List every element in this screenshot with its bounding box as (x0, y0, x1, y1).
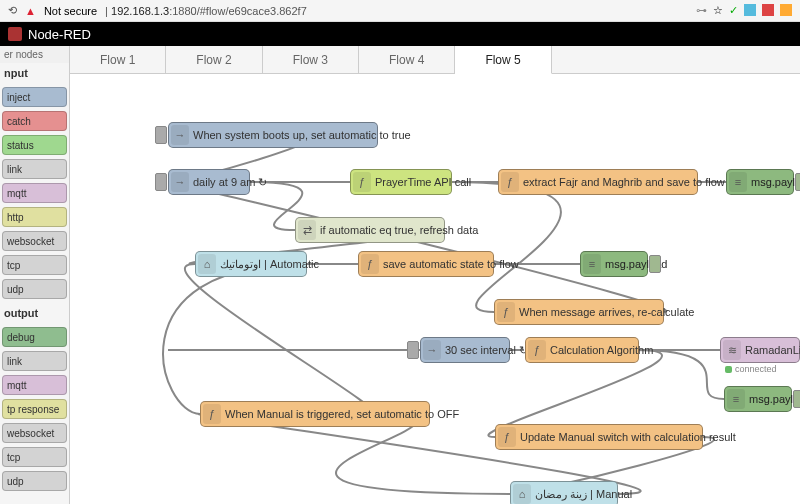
inject-button[interactable] (407, 341, 419, 359)
function-icon: ƒ (353, 172, 371, 192)
node-extract[interactable]: ƒextract Fajr and Maghrib and save to fl… (498, 169, 698, 195)
palette-node-websocket[interactable]: websocket (2, 423, 67, 443)
palette-node-websocket[interactable]: websocket (2, 231, 67, 251)
reload-icon[interactable]: ⟲ (8, 4, 17, 17)
node-boot-inject[interactable]: →When system boots up, set automatic to … (168, 122, 378, 148)
inject-button[interactable] (155, 126, 167, 144)
app-logo (8, 27, 22, 41)
node-if-automatic[interactable]: ⇄if automatic eq true, refresh data (295, 217, 445, 243)
palette-filter[interactable]: er nodes (0, 46, 69, 63)
ext-icon-2[interactable] (762, 4, 774, 16)
inject-icon: → (171, 172, 189, 192)
palette-node-status[interactable]: status (2, 135, 67, 155)
palette-node-udp[interactable]: udp (2, 279, 67, 299)
debug-icon: ≡ (583, 254, 601, 274)
node-ramadan-lights[interactable]: ≋RamadanLightsconnected (720, 337, 800, 363)
node-prayer-api[interactable]: ƒPrayerTime API call (350, 169, 452, 195)
function-icon: ƒ (497, 302, 515, 322)
ext-icon-3[interactable] (780, 4, 792, 16)
ext-icon-1[interactable] (744, 4, 756, 16)
debug-toggle[interactable] (795, 173, 800, 191)
app-title: Node-RED (28, 27, 91, 42)
palette-node-mqtt[interactable]: mqtt (2, 375, 67, 395)
palette-node-link[interactable]: link (2, 351, 67, 371)
node-automatic-switch[interactable]: ⌂اوتوماتيك | Automatic (195, 251, 307, 277)
flow-canvas[interactable]: →When system boots up, set automatic to … (70, 74, 800, 504)
palette-node-tp response[interactable]: tp response (2, 399, 67, 419)
node-recalculate[interactable]: ƒWhen message arrives, re-calculate (494, 299, 664, 325)
palette-node-inject[interactable]: inject (2, 87, 67, 107)
mqtt-icon: ≋ (723, 340, 741, 360)
tab-flow-3[interactable]: Flow 3 (263, 46, 359, 73)
palette-category-output: output (0, 303, 69, 323)
inject-icon: → (423, 340, 441, 360)
node-manual-off[interactable]: ƒWhen Manual is triggered, set automatic… (200, 401, 430, 427)
url-display[interactable]: | 192.168.1.3:1880/#flow/e69cace3.862f7 (105, 5, 307, 17)
switch-icon: ⇄ (298, 220, 316, 240)
check-icon[interactable]: ✓ (729, 4, 738, 17)
node-calculation[interactable]: ƒCalculation Algorithm (525, 337, 639, 363)
node-debug-3[interactable]: ≡msg.payload (724, 386, 792, 412)
palette-node-debug[interactable]: debug (2, 327, 67, 347)
star-icon[interactable]: ☆ (713, 4, 723, 17)
function-icon: ƒ (498, 427, 516, 447)
not-secure-label: Not secure (44, 5, 97, 17)
tab-flow-1[interactable]: Flow 1 (70, 46, 166, 73)
palette-node-http[interactable]: http (2, 207, 67, 227)
function-icon: ƒ (361, 254, 379, 274)
flow-editor[interactable]: Flow 1Flow 2Flow 3Flow 4Flow 5 (70, 46, 800, 504)
function-icon: ƒ (528, 340, 546, 360)
node-daily-inject[interactable]: →daily at 9 am ↻ (168, 169, 250, 195)
node-manual-switch[interactable]: ⌂زينة رمضان | Manual (510, 481, 618, 504)
function-icon: ƒ (501, 172, 519, 192)
insecure-warning-icon: ▲ (25, 5, 36, 17)
debug-toggle[interactable] (793, 390, 800, 408)
browser-address-bar: ⟲ ▲ Not secure | 192.168.1.3:1880/#flow/… (0, 0, 800, 22)
node-debug-1[interactable]: ≡msg.payload (726, 169, 794, 195)
node-status: connected (725, 364, 777, 374)
debug-icon: ≡ (727, 389, 745, 409)
inject-button[interactable] (155, 173, 167, 191)
palette-node-catch[interactable]: catch (2, 111, 67, 131)
homekit-icon: ⌂ (513, 484, 531, 504)
palette-node-mqtt[interactable]: mqtt (2, 183, 67, 203)
debug-icon: ≡ (729, 172, 747, 192)
function-icon: ƒ (203, 404, 221, 424)
node-debug-2[interactable]: ≡msg.payload (580, 251, 648, 277)
app-header: Node-RED (0, 22, 800, 46)
flow-tabs: Flow 1Flow 2Flow 3Flow 4Flow 5 (70, 46, 800, 74)
palette-node-tcp[interactable]: tcp (2, 447, 67, 467)
homekit-icon: ⌂ (198, 254, 216, 274)
node-interval-inject[interactable]: →30 sec interval ↻ (420, 337, 510, 363)
debug-toggle[interactable] (649, 255, 661, 273)
node-save-state[interactable]: ƒsave automatic state to flow (358, 251, 494, 277)
palette-node-udp[interactable]: udp (2, 471, 67, 491)
palette-node-link[interactable]: link (2, 159, 67, 179)
palette-node-tcp[interactable]: tcp (2, 255, 67, 275)
node-palette[interactable]: er nodes nput injectcatchstatuslinkmqtth… (0, 46, 70, 504)
inject-icon: → (171, 125, 189, 145)
palette-category-input: nput (0, 63, 69, 83)
tab-flow-2[interactable]: Flow 2 (166, 46, 262, 73)
key-icon[interactable]: ⊶ (696, 4, 707, 17)
tab-flow-4[interactable]: Flow 4 (359, 46, 455, 73)
node-update-manual[interactable]: ƒUpdate Manual switch with calculation r… (495, 424, 703, 450)
tab-flow-5[interactable]: Flow 5 (455, 46, 551, 74)
